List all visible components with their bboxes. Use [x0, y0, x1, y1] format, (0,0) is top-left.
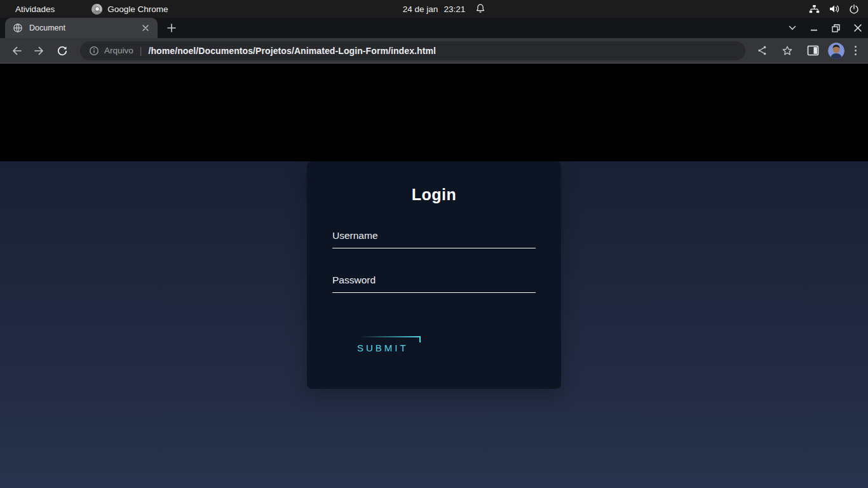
browser-toolbar: Arquivo | /home/noel/Documentos/Projetos… — [0, 38, 868, 64]
restore-button[interactable] — [832, 24, 840, 32]
password-input[interactable] — [332, 274, 536, 293]
url-scheme-label: Arquivo — [104, 46, 133, 55]
volume-icon — [829, 4, 840, 14]
submit-button[interactable]: SUBMIT — [345, 336, 421, 360]
tab-favicon-globe-icon — [13, 23, 23, 33]
clock-menu[interactable]: 24 de jan 23:21 — [403, 0, 465, 18]
submit-row: SUBMIT — [332, 336, 536, 360]
active-app-menu[interactable]: Google Chrome — [92, 4, 168, 15]
submit-label: SUBMIT — [357, 342, 409, 353]
share-icon[interactable] — [752, 41, 772, 61]
back-button[interactable] — [6, 41, 27, 61]
login-heading: Login — [332, 161, 536, 204]
url-separator: | — [140, 46, 142, 56]
omnibox-address-bar[interactable]: Arquivo | /home/noel/Documentos/Projetos… — [80, 41, 745, 60]
profile-avatar[interactable] — [828, 43, 844, 59]
url-text: /home/noel/Documentos/Projetos/Animated-… — [148, 46, 436, 56]
minimize-button[interactable] — [810, 24, 818, 32]
tab-search-chevron-icon[interactable] — [789, 25, 796, 30]
password-field: Password — [332, 274, 536, 293]
forward-button[interactable] — [29, 41, 50, 61]
page-viewport: Login Username Password SUBMIT — [0, 161, 868, 488]
network-icon — [809, 4, 820, 14]
clock-time: 23:21 — [444, 4, 465, 14]
bookmark-star-icon[interactable] — [777, 41, 797, 61]
close-window-button[interactable] — [854, 24, 862, 32]
active-app-name: Google Chrome — [107, 4, 168, 14]
notification-bell-icon[interactable] — [475, 3, 485, 14]
clock-date: 24 de jan — [403, 4, 438, 14]
tab-close-icon[interactable] — [140, 22, 151, 34]
window-controls — [789, 18, 862, 38]
username-field: Username — [332, 229, 536, 248]
submit-border-top-line — [360, 336, 421, 337]
login-card: Login Username Password SUBMIT — [307, 161, 561, 389]
toolbar-right-icons — [752, 41, 862, 61]
tab-title: Document — [29, 24, 140, 32]
activities-button[interactable]: Atividades — [11, 4, 58, 14]
chrome-app-icon — [92, 4, 102, 15]
submit-border-right-line — [419, 336, 421, 342]
system-top-bar: Atividades Google Chrome 24 de jan 23:21 — [0, 0, 868, 18]
username-input[interactable] — [332, 229, 536, 248]
system-status-menu[interactable] — [809, 0, 859, 18]
new-tab-button[interactable] — [163, 19, 180, 37]
browser-menu-kebab-icon[interactable] — [850, 42, 862, 59]
side-panel-icon[interactable] — [803, 41, 823, 61]
power-icon — [849, 4, 859, 14]
tab-strip: Document — [0, 18, 868, 38]
reload-button[interactable] — [52, 41, 72, 61]
tab-document[interactable]: Document — [5, 18, 158, 38]
page-info-icon[interactable] — [89, 46, 99, 56]
